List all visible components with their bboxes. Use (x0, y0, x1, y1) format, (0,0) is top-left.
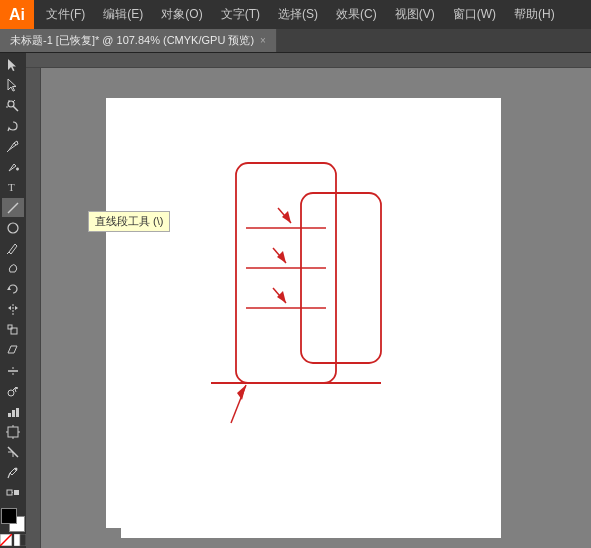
selection-tool[interactable] (2, 55, 24, 74)
svg-marker-0 (8, 59, 16, 71)
svg-point-23 (8, 390, 14, 396)
pencil-tool[interactable] (2, 239, 24, 258)
symbol-sprayer-tool[interactable] (2, 382, 24, 401)
column-graph-tool[interactable] (2, 402, 24, 421)
svg-marker-1 (8, 79, 16, 91)
reflect-tool[interactable] (2, 300, 24, 319)
direct-selection-tool[interactable] (2, 75, 24, 94)
lasso-tool[interactable] (2, 116, 24, 135)
toolbar: T (0, 53, 26, 548)
svg-rect-26 (12, 410, 15, 417)
svg-point-37 (15, 467, 18, 470)
svg-line-36 (8, 473, 10, 478)
svg-line-5 (13, 100, 15, 102)
menu-bar: 文件(F) 编辑(E) 对象(O) 文字(T) 选择(S) 效果(C) 视图(V… (34, 0, 563, 29)
type-tool[interactable]: T (2, 177, 24, 196)
svg-point-24 (16, 387, 18, 389)
color-mode-icon[interactable] (14, 534, 26, 546)
none-icon[interactable] (0, 534, 12, 546)
blob-brush-tool[interactable] (2, 259, 24, 278)
slice-tool[interactable] (2, 443, 24, 462)
canvas-area[interactable]: 直线段工具 (\) (26, 53, 591, 548)
magic-wand-tool[interactable] (2, 96, 24, 115)
menu-edit[interactable]: 编辑(E) (95, 4, 151, 25)
tab-bar: 未标题-1 [已恢复]* @ 107.84% (CMYK/GPU 预览) × (0, 29, 591, 53)
svg-line-2 (13, 106, 18, 111)
ellipse-tool[interactable] (2, 218, 24, 237)
svg-rect-38 (7, 490, 12, 495)
svg-marker-17 (15, 306, 18, 310)
menu-object[interactable]: 对象(O) (153, 4, 210, 25)
ruler-top (26, 53, 591, 68)
pen-tool[interactable] (2, 137, 24, 156)
menu-view[interactable]: 视图(V) (387, 4, 443, 25)
svg-rect-43 (14, 534, 20, 546)
scale-tool[interactable] (2, 320, 24, 339)
line-segment-tool[interactable] (2, 198, 24, 217)
svg-rect-28 (8, 427, 18, 437)
svg-marker-16 (8, 306, 11, 310)
menu-select[interactable]: 选择(S) (270, 4, 326, 25)
active-tab[interactable]: 未标题-1 [已恢复]* @ 107.84% (CMYK/GPU 预览) × (0, 29, 277, 52)
menu-window[interactable]: 窗口(W) (445, 4, 504, 25)
color-row2 (0, 534, 26, 546)
svg-rect-39 (14, 490, 19, 495)
svg-line-11 (8, 203, 18, 213)
width-tool[interactable] (2, 361, 24, 380)
top-bar: Ai 文件(F) 编辑(E) 对象(O) 文字(T) 选择(S) 效果(C) 视… (0, 0, 591, 29)
color-section (0, 508, 26, 546)
menu-text[interactable]: 文字(T) (213, 4, 268, 25)
main-area: T (0, 53, 591, 548)
blend-tool[interactable] (2, 484, 24, 503)
shear-tool[interactable] (2, 341, 24, 360)
tab-close-button[interactable]: × (260, 35, 266, 46)
svg-line-7 (7, 150, 9, 152)
ruler-left (26, 68, 41, 548)
svg-line-13 (7, 252, 9, 254)
eyedropper-tool[interactable] (2, 463, 24, 482)
svg-text:T: T (8, 181, 15, 193)
canvas-white (106, 98, 486, 528)
tab-title: 未标题-1 [已恢复]* @ 107.84% (CMYK/GPU 预览) (10, 33, 254, 48)
foreground-color[interactable] (1, 508, 17, 524)
menu-effect[interactable]: 效果(C) (328, 4, 385, 25)
svg-rect-27 (16, 408, 19, 417)
rotate-tool[interactable] (2, 279, 24, 298)
ai-logo: Ai (0, 0, 34, 29)
artboard-tool[interactable] (2, 422, 24, 441)
add-anchor-tool[interactable] (2, 157, 24, 176)
svg-point-12 (8, 223, 18, 233)
color-swatches[interactable] (1, 508, 25, 532)
menu-help[interactable]: 帮助(H) (506, 4, 563, 25)
svg-marker-14 (7, 287, 11, 290)
svg-rect-25 (8, 413, 11, 417)
menu-file[interactable]: 文件(F) (38, 4, 93, 25)
